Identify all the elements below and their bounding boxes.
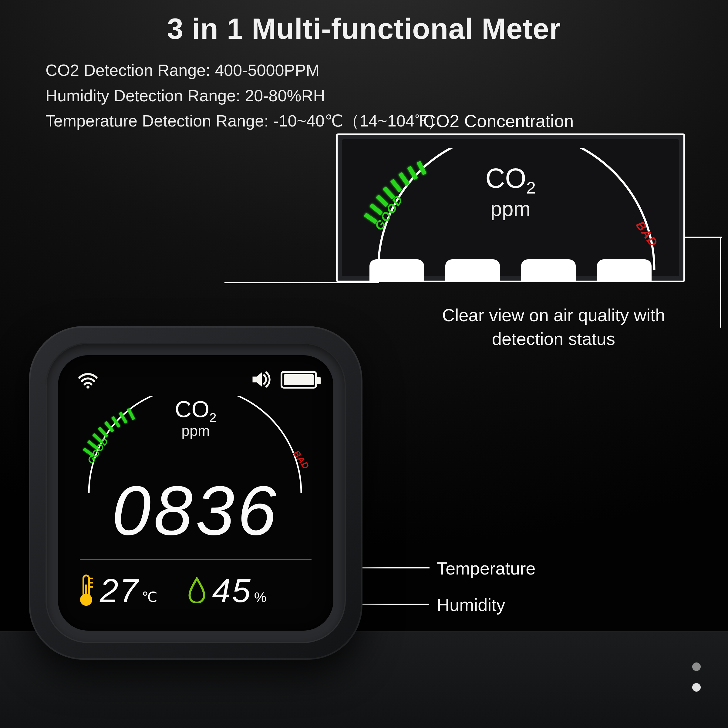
co2-text: CO [175, 396, 209, 422]
co2-detail-panel: CO2 ppm GOOD BAD [336, 133, 685, 282]
bottom-readings: 27 ℃ 45 % [78, 567, 314, 613]
divider [80, 559, 312, 560]
device-screen: CO2 ppm GOOD BAD [58, 355, 333, 631]
droplet-icon [187, 577, 206, 603]
carousel-dot-active[interactable] [692, 683, 701, 691]
leader-line [720, 237, 721, 327]
leader-line [225, 282, 379, 283]
humidity-reading: 45 % [212, 571, 266, 610]
battery-icon [281, 371, 317, 388]
spec-co2: CO2 Detection Range: 400-5000PPM [46, 58, 444, 83]
spec-humidity: Humidity Detection Range: 20-80%RH [46, 83, 444, 109]
speaker-icon [250, 368, 273, 391]
digit-placeholders [342, 259, 679, 281]
temperature-value: 27 [100, 571, 139, 610]
svg-rect-3 [85, 584, 87, 598]
page-title: 3 in 1 Multi-functional Meter [0, 12, 728, 46]
spec-temperature: Temperature Detection Range: -10~40℃（14~… [46, 108, 444, 134]
humidity-unit: % [254, 589, 267, 609]
thermometer-icon [78, 574, 94, 607]
wifi-icon [77, 369, 99, 390]
callout-humidity: Humidity [437, 595, 505, 615]
co2-readout: 0836 [58, 471, 333, 551]
temperature-reading: 27 ℃ [100, 571, 158, 610]
co2-subscript: 2 [526, 178, 536, 197]
panel-screen: CO2 ppm GOOD BAD [342, 139, 679, 276]
co2-text: CO [485, 163, 526, 194]
meter-device: CO2 ppm GOOD BAD [29, 326, 362, 660]
humidity-value: 45 [212, 571, 251, 610]
carousel-dots [692, 662, 701, 691]
callout-clear-view: Clear view on air quality with detection… [423, 303, 684, 351]
temperature-unit: ℃ [142, 589, 158, 609]
svg-point-0 [86, 385, 89, 388]
product-infographic: 3 in 1 Multi-functional Meter CO2 Detect… [0, 0, 728, 728]
callout-temperature: Temperature [437, 558, 536, 578]
carousel-dot[interactable] [692, 662, 701, 671]
gauge-ppm-label: ppm [80, 422, 312, 439]
spec-list: CO2 Detection Range: 400-5000PPM Humidit… [46, 58, 444, 134]
callout-co2-concentration: CO2 Concentration [423, 111, 574, 131]
